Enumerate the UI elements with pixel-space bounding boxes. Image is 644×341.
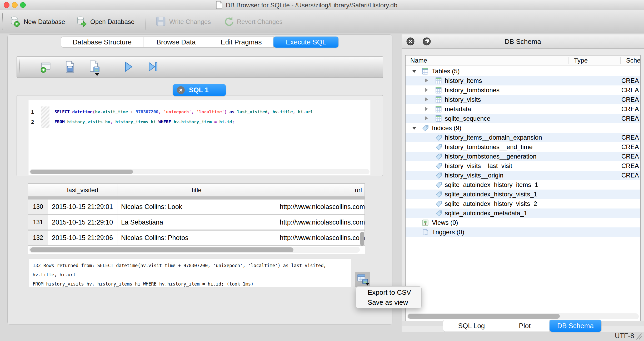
- close-window-button[interactable]: [4, 2, 9, 8]
- open-database-button[interactable]: Open Database: [76, 10, 134, 33]
- tree-item-schema-sql: CREA: [621, 76, 640, 85]
- tree-item-label: Indices (9): [432, 123, 461, 133]
- table-cell: 2015-10-15 21:29:10: [48, 215, 117, 230]
- execute-sql-button[interactable]: [122, 61, 135, 74]
- toolbar-drag-handle[interactable]: [2, 13, 3, 30]
- sql-token: datetime: [72, 109, 92, 114]
- close-icon[interactable]: [177, 86, 185, 94]
- export-results-button[interactable]: [355, 272, 370, 287]
- tab-browse-data[interactable]: Browse Data: [143, 37, 209, 48]
- tab-execute-sql[interactable]: Execute SQL: [273, 37, 338, 48]
- execute-all-icon: [122, 61, 134, 74]
- sql-token: .: [224, 119, 227, 124]
- resize-grip[interactable]: [634, 332, 642, 341]
- scrollbar-thumb[interactable]: [30, 170, 133, 174]
- schema-tree-row[interactable]: history_itemsCREA: [406, 76, 640, 85]
- new-database-button[interactable]: New Database: [9, 10, 65, 33]
- sql-token: last_visited: [237, 109, 268, 114]
- schema-tree-row[interactable]: history_items__domain_expansionCREA: [406, 133, 640, 142]
- schema-tree-row[interactable]: Triggers (0): [406, 227, 640, 237]
- tab-database-structure[interactable]: Database Structure: [61, 37, 143, 48]
- zoom-window-button[interactable]: [20, 2, 26, 8]
- schema-tree-row[interactable]: sqlite_autoindex_metadata_1: [406, 208, 640, 218]
- schema-tree-row[interactable]: history_visits__originCREA: [406, 171, 640, 180]
- expand-arrow-icon[interactable]: [425, 88, 428, 92]
- tree-column-schema[interactable]: Scher: [626, 55, 641, 65]
- collapse-arrow-icon[interactable]: [412, 127, 416, 130]
- sql-code-line: FROM history_visits hv, history_items hi…: [54, 117, 313, 127]
- menu-item-export-to-csv[interactable]: Export to CSV: [356, 287, 421, 297]
- save-dropdown-caret-icon[interactable]: [95, 73, 99, 76]
- collapse-arrow-icon[interactable]: [412, 70, 416, 73]
- execute-current-line-button[interactable]: [146, 61, 159, 74]
- tab-edit-pragmas[interactable]: Edit Pragmas: [209, 37, 274, 48]
- sql-token: FROM: [54, 119, 67, 124]
- scrollbar-thumb[interactable]: [30, 247, 293, 252]
- schema-tree-row[interactable]: history_tombstones__end_timeCREA: [406, 142, 640, 152]
- sql-editor-tab[interactable]: SQL 1: [173, 84, 226, 96]
- tab-label: SQL Log: [458, 322, 485, 330]
- new-sql-tab-button[interactable]: [39, 61, 52, 74]
- tag-icon: [421, 124, 429, 132]
- schema-tree-row[interactable]: history_tombstones__generationCREA: [406, 152, 640, 161]
- panel-title: DB Schema: [402, 34, 644, 49]
- schema-tree-row[interactable]: Views (0): [406, 218, 640, 227]
- tab-sql-log[interactable]: SQL Log: [443, 320, 500, 332]
- tree-item-schema-sql: CREA: [621, 104, 640, 114]
- expand-arrow-icon[interactable]: [425, 107, 428, 111]
- save-sql-file-button[interactable]: [88, 61, 101, 74]
- schema-tree-row[interactable]: sqlite_sequenceCREA: [406, 114, 640, 123]
- table-cell: http://www.nicolascollins.com: [276, 215, 365, 230]
- editor-horizontal-scrollbar[interactable]: [29, 169, 370, 174]
- sql-toolbar-drag-handle[interactable]: [19, 59, 20, 75]
- schema-tree-row[interactable]: Indices (9): [406, 123, 640, 133]
- new-database-icon: [9, 15, 21, 28]
- column-header-last-visited[interactable]: last_visited: [48, 184, 117, 196]
- tab-label: DB Schema: [557, 322, 594, 330]
- expand-arrow-icon[interactable]: [425, 78, 428, 83]
- sql-token: hv: [174, 119, 179, 124]
- schema-tree-row[interactable]: sqlite_autoindex_history_visits_2: [406, 199, 640, 208]
- sql-editor[interactable]: 12 SELECT datetime(hv.visit_time + 97830…: [28, 100, 371, 175]
- schema-tree-row[interactable]: history_visitsCREA: [406, 95, 640, 104]
- open-sql-file-button[interactable]: [63, 61, 76, 74]
- schema-tree-row[interactable]: history_tombstonesCREA: [406, 85, 640, 95]
- sql-token: history_visits hv: [67, 119, 110, 124]
- table-row[interactable]: 1302015-10-15 21:29:01Nicolas Collins: L…: [28, 200, 365, 214]
- table-row[interactable]: 1312015-10-15 21:29:10La Sebastianahttp:…: [28, 215, 365, 230]
- schema-tree-row[interactable]: metadataCREA: [406, 104, 640, 114]
- schema-tree-row[interactable]: Tables (5): [406, 67, 640, 76]
- menu-item-save-as-view[interactable]: Save as view: [356, 297, 421, 307]
- table-cell: http://www.nicolascollins.com: [276, 231, 365, 245]
- editor-code[interactable]: SELECT datetime(hv.visit_time + 97830720…: [54, 107, 313, 127]
- tree-column-type[interactable]: Type: [574, 55, 588, 65]
- tab-label: Plot: [519, 322, 531, 330]
- expand-arrow-icon[interactable]: [425, 97, 428, 101]
- schema-tree-row[interactable]: history_visits__last_visitCREA: [406, 161, 640, 171]
- sql-token: ,: [267, 109, 272, 114]
- column-separator[interactable]: [568, 57, 568, 64]
- table-row[interactable]: 1322015-10-15 21:29:06Nicolas Collins: P…: [28, 231, 365, 245]
- minimize-window-button[interactable]: [12, 2, 18, 8]
- column-header-url[interactable]: url: [276, 184, 365, 196]
- tree-column-name[interactable]: Name: [410, 55, 427, 65]
- scrollbar-thumb[interactable]: [408, 314, 560, 319]
- column-separator[interactable]: [620, 57, 621, 64]
- write-changes-button[interactable]: Write Changes: [155, 10, 211, 33]
- tag-icon: [435, 209, 443, 217]
- results-vertical-scrollbar-thumb[interactable]: [360, 232, 364, 246]
- results-horizontal-scrollbar[interactable]: [29, 247, 360, 253]
- tab-plot[interactable]: Plot: [500, 320, 550, 332]
- sql-token: ,: [293, 109, 298, 114]
- schema-tree-horizontal-scrollbar[interactable]: [407, 313, 639, 319]
- tab-db-schema[interactable]: DB Schema: [550, 320, 601, 332]
- tag-icon: [435, 152, 443, 160]
- dock-tabbar: SQL Log Plot DB Schema: [443, 320, 601, 332]
- schema-tree-row[interactable]: sqlite_autoindex_history_items_1: [406, 180, 640, 190]
- table-cell: 130: [28, 200, 48, 214]
- write-changes-icon: [155, 16, 167, 28]
- column-header-title[interactable]: title: [117, 184, 276, 196]
- revert-changes-button[interactable]: Revert Changes: [223, 10, 282, 33]
- schema-tree-row[interactable]: sqlite_autoindex_history_visits_1: [406, 190, 640, 199]
- expand-arrow-icon[interactable]: [425, 116, 428, 120]
